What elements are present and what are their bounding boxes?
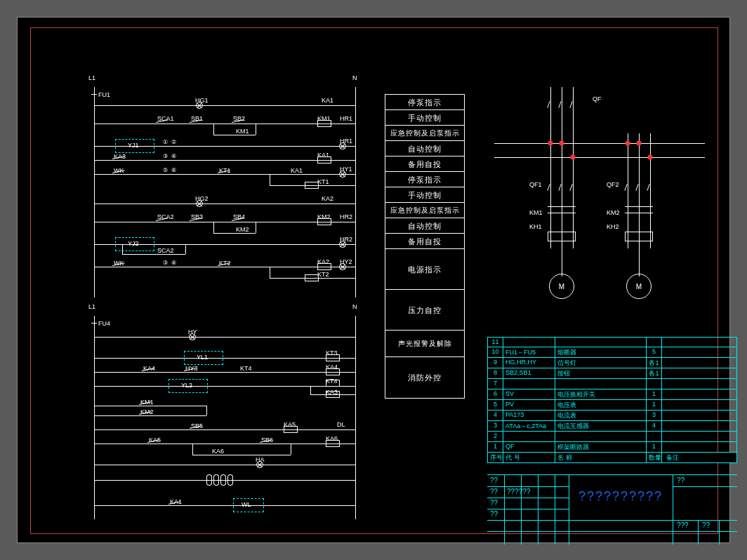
label-kt4: KT4	[240, 365, 252, 372]
label-qf1: QF1	[529, 181, 542, 188]
label-kt2-coil: KT2	[317, 271, 329, 278]
func-item: 消防外控	[385, 357, 464, 398]
tb-label: ??????	[507, 488, 530, 495]
coil-kt2	[305, 274, 319, 281]
label-km2-aux: KM2	[236, 226, 249, 233]
pin-2: ②	[171, 139, 176, 145]
func-item: 应急控制及启泵指示	[385, 126, 464, 141]
transformer-icon	[206, 474, 242, 486]
label-ka6: KA6	[212, 448, 224, 455]
label-fu4: FU4	[98, 320, 110, 327]
label-ka6-coil: KA6	[326, 435, 338, 442]
rung-13	[94, 386, 355, 387]
junction	[548, 141, 553, 146]
parts-row: 6 SV 电压换相开关 1	[487, 389, 737, 400]
func-item: 备用自投	[385, 234, 464, 249]
label-km2-p: KM2	[607, 209, 620, 216]
thermal-kh2	[625, 232, 653, 241]
parts-row: 10 FU1～FU5 熔断器 5	[487, 347, 737, 358]
label-sca2-b: SCA2	[157, 247, 174, 254]
parts-row: 4 PA1?3 电流表 3	[487, 411, 737, 421]
pin-1: ①	[163, 139, 168, 145]
thermal-kh1	[548, 232, 576, 241]
label-hr2-r7: HR2	[340, 213, 352, 220]
label-ka3-coil: KA3	[326, 389, 338, 396]
rung-16	[94, 444, 355, 444]
drawing-title: ??????????	[579, 489, 663, 504]
label-ka4-coil: KA4	[326, 364, 338, 371]
func-item: 手动控制	[385, 187, 464, 203]
label-km1-p: KM1	[529, 209, 543, 216]
parts-list: 11 10 FU1～FU5 熔断器 5 9 HG,HR,HY 信号灯	[487, 337, 737, 463]
power-phase-a1	[550, 87, 551, 248]
parts-row: 11	[487, 337, 737, 347]
label-kh1: KH1	[529, 223, 542, 230]
bus-l1-b	[94, 316, 95, 519]
lamp-hg2	[196, 200, 203, 207]
label-ka1: KA1	[317, 152, 329, 159]
label-ka5-coil: KA5	[284, 421, 296, 428]
bus-n-b	[355, 316, 356, 519]
parts-header: 序号 代 号 名 称 数量 备注	[487, 453, 737, 463]
parts-row: 5 PV 电压表 1	[487, 400, 737, 411]
label-ka2: KA2	[317, 258, 329, 265]
func-item: 手动控制	[385, 110, 464, 126]
title-block: ?? ?? ?? ?? ?????? ?? ??? ?? ??????????	[487, 474, 737, 544]
rung-15	[94, 429, 355, 430]
terminal-l1-b: L1	[88, 303, 95, 310]
bus-l1	[94, 87, 95, 298]
label-fu1: FU1	[98, 91, 110, 98]
rung-2b	[213, 135, 256, 135]
func-item: 停泵指示	[385, 95, 464, 110]
tb-label: ???	[677, 521, 689, 529]
label-hr1: HR1	[340, 138, 352, 145]
rung-11	[94, 358, 355, 359]
rung-10	[94, 337, 355, 338]
rung-18	[94, 505, 355, 506]
label-kt1-coil: KT1	[317, 178, 329, 185]
label-ka1-top: KA1	[322, 97, 333, 104]
parts-row: 1 QF 框架断路器 1	[487, 442, 737, 453]
tb-label: ??	[490, 499, 498, 507]
label-kt4-coil: KT4	[326, 378, 338, 385]
func-item: 自动控制	[385, 218, 464, 234]
tb-label: ??	[490, 488, 498, 495]
tb-label: ??	[677, 476, 685, 484]
func-item: 压力自控	[385, 290, 464, 331]
lamp-hg1	[196, 102, 203, 109]
label-qf2: QF2	[607, 181, 619, 188]
parts-row: 7	[487, 379, 737, 389]
bus-h2	[494, 157, 705, 158]
label-kh2: KH2	[607, 223, 619, 230]
pin-5: ⑤	[163, 167, 168, 173]
label-hy1: HY1	[340, 166, 352, 173]
parts-row: 9 HG,HR,HY 信号灯 各1	[487, 358, 737, 368]
function-list: 停泵指示 手动控制 应急控制及启泵指示 自动控制 备用自投 停泵指示 手动控制 …	[385, 94, 465, 399]
rung-2	[94, 124, 355, 124]
parts-row: 3 ATAa～c,2TAa 电流互感器 4	[487, 421, 737, 432]
rung-6	[94, 204, 355, 204]
rung-7	[94, 222, 355, 222]
func-item: 备用自投	[385, 156, 464, 172]
coil-km2	[317, 218, 331, 225]
func-item: 应急控制及启泵指示	[385, 203, 464, 218]
label-yl1: YL1	[197, 354, 208, 361]
pin-4: ④	[171, 153, 176, 159]
rung-4	[94, 160, 355, 161]
parts-row: 8 SB2,SB1 按钮 各1	[487, 368, 737, 379]
label-hr2: HR2	[340, 236, 352, 243]
motor-2: M	[626, 274, 652, 299]
pin-3b: ③	[163, 260, 168, 266]
label-dl: DL	[337, 421, 345, 428]
func-item: 声光报警及解除	[385, 331, 464, 357]
tb-label: ??	[490, 510, 498, 518]
terminal-l1: L1	[88, 74, 95, 81]
label-km1-aux: KM1	[236, 128, 249, 135]
label-hy2: HY2	[340, 258, 352, 265]
label-kt3: KT3	[326, 349, 338, 356]
label-yl2: YL2	[181, 382, 192, 389]
label-hy: HY	[188, 328, 197, 335]
rung-12	[94, 372, 355, 373]
motor-1: M	[549, 274, 574, 299]
bus-n	[355, 87, 356, 298]
